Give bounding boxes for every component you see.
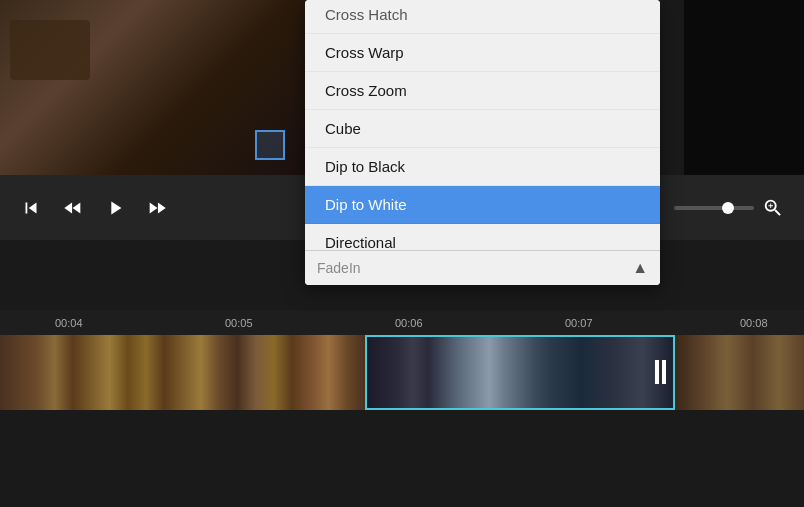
pause-bar-left xyxy=(655,360,659,384)
dropdown-item-cross-hatch[interactable]: Cross Hatch xyxy=(305,0,660,34)
pause-indicator xyxy=(655,360,669,384)
tick-00-06: 00:06 xyxy=(395,317,423,329)
tick-00-04: 00:04 xyxy=(55,317,83,329)
play-button[interactable] xyxy=(104,197,126,219)
track-segment-center[interactable] xyxy=(365,335,675,410)
dropdown-item-cross-warp[interactable]: Cross Warp xyxy=(305,34,660,72)
transition-selection-box[interactable] xyxy=(255,130,285,160)
fast-forward-button[interactable] xyxy=(146,197,168,219)
zoom-slider[interactable] xyxy=(674,206,754,210)
dropdown-item-dip-to-black[interactable]: Dip to Black xyxy=(305,148,660,186)
zoom-controls xyxy=(674,197,784,219)
timeline-ruler: 00:04 00:05 00:06 00:07 00:08 xyxy=(0,310,804,335)
transition-dropdown[interactable]: Cross Hatch Cross Warp Cross Zoom Cube D… xyxy=(305,0,660,285)
rewind-button[interactable] xyxy=(62,197,84,219)
dropdown-search-text: FadeIn xyxy=(317,260,361,276)
dropdown-item-cube[interactable]: Cube xyxy=(305,110,660,148)
dropdown-list: Cross Hatch Cross Warp Cross Zoom Cube D… xyxy=(305,0,660,250)
zoom-in-button[interactable] xyxy=(762,197,784,219)
dropdown-item-dip-to-white[interactable]: Dip to White xyxy=(305,186,660,224)
pause-bar-right xyxy=(662,360,666,384)
dropdown-footer: FadeIn ▲ xyxy=(305,250,660,285)
tick-00-05: 00:05 xyxy=(225,317,253,329)
video-preview-right xyxy=(684,0,804,175)
track-segment-right xyxy=(675,335,804,410)
track-segment-left xyxy=(0,335,365,410)
tick-00-07: 00:07 xyxy=(565,317,593,329)
tick-00-08: 00:08 xyxy=(740,317,768,329)
timeline-track[interactable] xyxy=(0,335,804,410)
skip-back-button[interactable] xyxy=(20,197,42,219)
dropdown-chevron-icon[interactable]: ▲ xyxy=(632,259,648,277)
dropdown-item-directional[interactable]: Directional xyxy=(305,224,660,250)
dropdown-item-cross-zoom[interactable]: Cross Zoom xyxy=(305,72,660,110)
